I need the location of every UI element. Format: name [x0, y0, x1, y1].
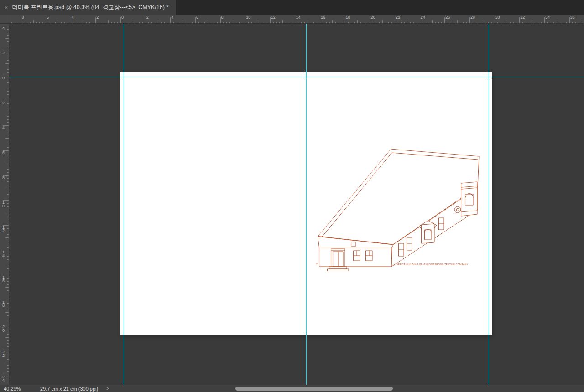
ruler-tick [229, 22, 230, 24]
ruler-tick [5, 38, 9, 39]
ruler-tick [251, 22, 252, 24]
ruler-tick [320, 17, 320, 23]
ruler-tick [7, 356, 9, 356]
ruler-tick [7, 122, 9, 123]
h-ruler-label: 4 [171, 15, 173, 20]
ruler-tick [7, 82, 9, 83]
ruler-tick [329, 22, 330, 24]
ruler-tick [563, 22, 563, 24]
ruler-tick [345, 17, 345, 23]
ruler-tick [7, 181, 9, 182]
ruler-tick [7, 178, 9, 179]
vertical-ruler[interactable]: 42024681012141618202224 [0, 24, 9, 385]
ruler-tick [7, 353, 9, 353]
h-ruler-label: 32 [520, 15, 525, 20]
v-ruler-label: 20 [2, 325, 6, 332]
ruler-tick [11, 22, 12, 24]
h-ruler-label: 14 [296, 15, 300, 20]
ruler-tick [89, 22, 90, 24]
h-ruler-label: 28 [470, 15, 475, 20]
ruler-tick [286, 22, 286, 24]
guide-vertical[interactable] [124, 24, 124, 385]
zoom-level-field[interactable]: 40.29% [4, 386, 25, 392]
ruler-tick [55, 22, 56, 24]
ruler-tick [202, 22, 202, 24]
ruler-tick [7, 147, 9, 148]
ruler-tick [507, 20, 507, 23]
h-ruler-label: 34 [545, 15, 550, 20]
h-ruler-label: 8 [221, 15, 224, 20]
ruler-tick [7, 85, 9, 85]
ruler-tick [348, 22, 349, 24]
ruler-tick [127, 22, 127, 24]
ruler-tick [7, 144, 9, 144]
ruler-tick [7, 172, 9, 173]
h-ruler-label: 16 [321, 15, 325, 20]
door-step-2 [328, 269, 349, 271]
horizontal-scrollbar-thumb[interactable] [235, 387, 393, 391]
ruler-tick [457, 20, 458, 23]
ruler-tick [30, 22, 31, 24]
ruler-tick [204, 22, 205, 24]
ruler-tick [351, 22, 351, 24]
ruler-tick [466, 22, 467, 24]
ruler-tick [5, 362, 9, 362]
ruler-tick [7, 72, 9, 73]
ruler-tick [214, 22, 214, 24]
h-ruler-label: 22 [396, 15, 400, 20]
horizontal-scrollbar[interactable] [115, 386, 581, 392]
ruler-tick [7, 45, 9, 45]
ruler-tick [146, 17, 146, 23]
ruler-tick [501, 22, 501, 24]
ruler-tick [258, 20, 258, 23]
ruler-tick [7, 69, 9, 70]
ruler-tick [7, 319, 9, 319]
ruler-tick [276, 22, 277, 24]
canvas-area[interactable]: OFFICE BUILDING OF GYEONGSEONG TEXTILE C… [9, 24, 584, 385]
ruler-corner[interactable] [0, 15, 9, 24]
ruler-tick [198, 22, 199, 24]
door-step-1 [329, 267, 347, 269]
ruler-tick [482, 20, 482, 23]
ruler-tick [148, 22, 149, 24]
document-title: 더미북 프린트용.psd @ 40.3% (04_경교장---<5>, CMYK… [12, 4, 169, 11]
ruler-tick [7, 268, 9, 269]
ruler-tick [426, 22, 426, 24]
ruler-tick [364, 22, 364, 24]
ruler-tick [7, 322, 9, 322]
ruler-tick [295, 17, 295, 23]
ruler-tick [223, 22, 224, 24]
ruler-tick [473, 22, 473, 24]
document-tab[interactable]: × 더미북 프린트용.psd @ 40.3% (04_경교장---<5>, CM… [0, 0, 176, 15]
ruler-tick [7, 272, 9, 272]
ruler-tick [7, 241, 9, 241]
ruler-tick [582, 20, 582, 23]
ruler-tick [435, 22, 436, 24]
ruler-tick [292, 22, 292, 24]
ruler-tick [7, 67, 9, 67]
ruler-tick [242, 22, 242, 24]
ruler-tick [7, 203, 9, 204]
ruler-tick [7, 119, 9, 120]
ruler-tick [7, 244, 9, 244]
guide-vertical[interactable] [306, 24, 307, 385]
horizontal-ruler[interactable]: 8642024681012141618202224262830323436 [9, 15, 584, 24]
status-options-chevron-icon[interactable]: > [107, 386, 109, 391]
ruler-tick [177, 22, 177, 24]
guide-horizontal[interactable] [9, 77, 584, 77]
ruler-tick [7, 303, 9, 304]
ruler-tick [7, 35, 9, 36]
ruler-tick [7, 103, 9, 104]
ruler-tick [5, 213, 9, 213]
guide-vertical[interactable] [489, 24, 489, 385]
ruler-tick [551, 22, 551, 24]
ruler-tick [544, 17, 545, 23]
ruler-tick [5, 312, 9, 313]
ruler-tick [18, 22, 18, 24]
ruler-tick [7, 340, 9, 341]
v-ruler-label: 24 [2, 376, 6, 382]
ruler-tick [432, 20, 433, 23]
ruler-tick [541, 22, 542, 24]
ruler-tick [83, 20, 83, 23]
tab-close-icon[interactable]: × [5, 5, 8, 10]
